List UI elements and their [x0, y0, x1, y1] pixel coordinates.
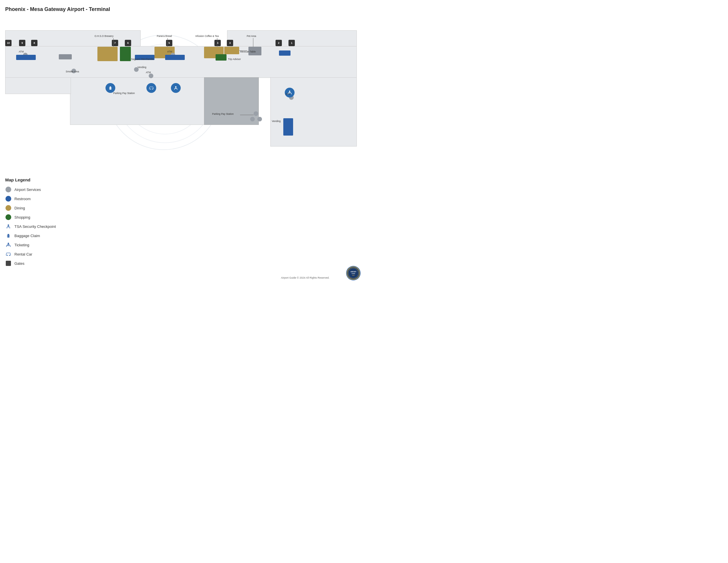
gate-7: 7 — [112, 40, 118, 46]
svg-text:AIRPORT: AIRPORT — [350, 271, 357, 272]
legend-ticketing: Ticketing — [5, 242, 56, 248]
legend-dining: Dining — [5, 205, 56, 211]
trip-advisor-block — [216, 54, 227, 61]
infusion-label: Infusion Coffee & Tea — [195, 35, 219, 37]
restroom-block-5 — [165, 55, 185, 60]
svg-point-5 — [152, 88, 153, 89]
footer-copyright: Airport Guide © 2024 All Rights Reserved… — [281, 276, 329, 279]
lower-left — [5, 77, 71, 94]
svg-point-6 — [175, 86, 177, 88]
trip-advisor-label: Trip Advisor — [228, 58, 241, 61]
legend-icon-rental-car — [5, 251, 12, 257]
legend-icon-restroom — [5, 195, 12, 202]
mexican-label: Mexican Table — [240, 50, 256, 53]
parking-label-1: Parking Pay Station — [113, 92, 135, 95]
page-title: Phoenix - Mesa Gateway Airport - Termina… — [5, 6, 110, 12]
gate-4: 4 — [214, 40, 221, 46]
shopping-circle — [5, 214, 11, 220]
gates-square — [6, 261, 11, 266]
vending-label-1: Vending — [137, 66, 146, 69]
parking-label-2: Parking Pay Station — [212, 112, 234, 115]
legend-label-ticketing: Ticketing — [14, 243, 29, 247]
legend-icon-dining — [5, 205, 12, 211]
corridor-main — [5, 46, 357, 78]
pet-line — [253, 38, 253, 47]
terminal-floor: 10 9 8 7 6 5 4 3 2 1 ATM Smoke Area O.H.… — [5, 20, 360, 173]
vending-label-2: Vending — [272, 120, 281, 123]
infusion-line — [217, 38, 217, 47]
legend-label-shopping: Shopping — [14, 215, 30, 219]
atm-label-2: ATM — [146, 71, 151, 74]
atm-dot-2 — [149, 74, 153, 78]
svg-rect-14 — [8, 234, 9, 235]
dining-circle — [5, 205, 11, 211]
svg-text:2024: 2024 — [352, 275, 354, 276]
gate-6: 6 — [125, 40, 131, 46]
svg-rect-1 — [110, 86, 111, 87]
ohs-line — [113, 38, 114, 47]
smoke-label: Smoke Area — [66, 70, 79, 73]
legend-tsa: TSA Security Checkpoint — [5, 223, 56, 229]
gate-8: 8 — [31, 40, 37, 46]
legend-rental-car: Rental Car — [5, 251, 56, 257]
restroom-block-left — [16, 55, 36, 60]
ohs-block — [97, 47, 118, 61]
legend-restroom: Restroom — [5, 195, 56, 202]
parking-dot-2 — [250, 117, 255, 121]
ohs-label: O.H.S.O Brewery — [95, 35, 114, 37]
gate-9: 9 — [19, 40, 25, 46]
gate-10: 10 — [5, 40, 12, 46]
svg-point-21 — [9, 255, 10, 256]
legend-icon-tsa — [5, 223, 12, 229]
rental-car-icon-map[interactable] — [146, 83, 156, 93]
green-shop-block-1 — [120, 47, 131, 61]
svg-point-7 — [176, 88, 176, 89]
legend-label-airport-services: Airport Services — [14, 187, 41, 192]
atm-label-3: ATM — [167, 50, 172, 53]
pet-area-label: Pet Area — [247, 35, 256, 37]
wing-left-upper — [5, 30, 141, 47]
legend-label-restroom: Restroom — [14, 197, 31, 201]
svg-point-8 — [289, 91, 291, 92]
parking-dot-4 — [254, 111, 258, 116]
baggage-icon-map[interactable] — [105, 83, 115, 93]
restroom-block-right — [279, 50, 291, 56]
tsa-icon-map[interactable] — [171, 83, 181, 93]
svg-point-20 — [7, 255, 8, 256]
panera-label: Panera Bread — [157, 35, 172, 37]
panera-line — [167, 38, 168, 47]
atm-label-1: ATM — [19, 50, 24, 53]
legend-gates: Gates — [5, 260, 56, 266]
svg-point-12 — [8, 226, 9, 227]
svg-point-11 — [8, 224, 9, 226]
parking-line-2 — [240, 115, 254, 115]
map-area: 10 9 8 7 6 5 4 3 2 1 ATM Smoke Area O.H.… — [5, 20, 360, 173]
parking-dot-3 — [257, 117, 262, 121]
legend-icon-airport-services — [5, 186, 12, 193]
svg-point-17 — [8, 243, 9, 244]
legend-shopping: Shopping — [5, 214, 56, 220]
airport-services-circle — [5, 186, 11, 192]
legend-icon-shopping — [5, 214, 12, 220]
saguaro-label: Saguaro Merchantile — [131, 58, 154, 61]
svg-point-4 — [150, 88, 151, 89]
legend-title: Map Legend — [5, 177, 56, 182]
vending-block-right — [283, 118, 293, 135]
restroom-circle — [5, 196, 11, 201]
legend-label-dining: Dining — [14, 206, 25, 210]
legend-label-baggage: Baggage Claim — [14, 233, 40, 238]
legend: Map Legend Airport Services Restroom Din… — [5, 177, 56, 269]
legend-label-rental-car: Rental Car — [14, 252, 32, 256]
svg-text:GUIDE: GUIDE — [352, 273, 355, 274]
legend-label-tsa: TSA Security Checkpoint — [14, 224, 56, 229]
gray-block-1 — [59, 54, 72, 59]
legend-icon-baggage — [5, 232, 12, 239]
legend-icon-ticketing — [5, 242, 12, 248]
gate-3: 3 — [227, 40, 233, 46]
mexican-block — [224, 47, 239, 54]
gate-5: 5 — [166, 40, 172, 46]
atm-label-4: ATM — [285, 93, 290, 95]
footer-logo: AIRPORT GUIDE 2024 — [346, 266, 361, 280]
lower-far-right — [270, 77, 357, 146]
gate-2: 2 — [276, 40, 282, 46]
